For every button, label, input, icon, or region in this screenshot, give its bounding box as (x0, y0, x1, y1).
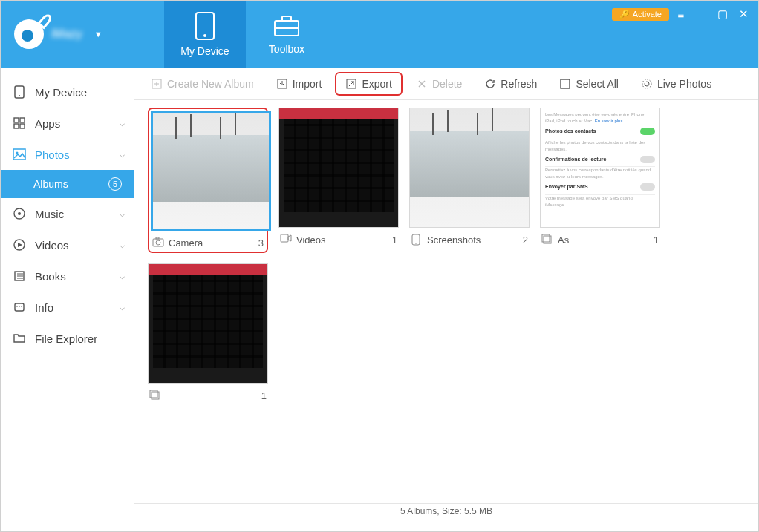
sidebar-item-info[interactable]: Info ⌵ (1, 292, 134, 323)
album-name: Screenshots (427, 234, 523, 246)
albums-count-badge: 5 (108, 177, 122, 191)
checkbox-icon (559, 78, 571, 90)
sidebar-item-apps[interactable]: Apps ⌵ (1, 108, 134, 139)
status-bar: 5 Albums, Size: 5.5 MB (134, 503, 758, 518)
album-type-icon (541, 234, 553, 246)
album-type-icon (149, 390, 161, 401)
sidebar-item-my-device[interactable]: My Device (1, 76, 134, 108)
hamburger-menu-icon[interactable]: ≡ (672, 5, 690, 23)
album-type-icon (411, 234, 423, 246)
maximize-button[interactable]: ▢ (714, 5, 732, 23)
svg-rect-10 (20, 124, 25, 128)
svg-rect-8 (20, 118, 25, 122)
album-item[interactable]: Screenshots2 (409, 108, 530, 253)
sidebar: My Device Apps ⌵ Photos ⌵ Albums 5 Music… (1, 68, 134, 518)
sidebar-label: Info (35, 301, 53, 314)
header-tabs: My Device Toolbox (164, 1, 328, 68)
chevron-down-icon: ⌵ (120, 149, 125, 160)
app-name: iMazy (51, 27, 82, 41)
svg-rect-7 (14, 118, 19, 122)
toolbar-label: Delete (432, 78, 462, 90)
toolbar-label: Refresh (501, 78, 537, 90)
activate-label: Activate (633, 10, 662, 19)
music-icon (13, 207, 26, 220)
chevron-down-icon: ⌵ (120, 271, 125, 281)
header-tab-toolbox[interactable]: Toolbox (246, 1, 328, 68)
delete-button[interactable]: Delete (407, 73, 471, 94)
svg-rect-3 (282, 16, 291, 21)
sidebar-label: Music (35, 208, 64, 220)
photos-icon (13, 148, 26, 161)
status-text: 5 Albums, Size: 5.5 MB (400, 506, 492, 516)
albums-grid: Camera3Videos1Screenshots2Les Messages p… (134, 100, 758, 503)
album-item[interactable]: Videos1 (278, 108, 399, 253)
album-name: As (558, 234, 654, 246)
delete-icon (416, 78, 428, 90)
sidebar-label: Videos (35, 239, 69, 252)
svg-point-39 (415, 243, 417, 244)
sidebar-label: Photos (35, 148, 70, 161)
header-tab-my-device[interactable]: My Device (164, 1, 246, 68)
sidebar-item-books[interactable]: Books ⌵ (1, 260, 134, 292)
sidebar-item-videos[interactable]: Videos ⌵ (1, 229, 134, 260)
album-item[interactable]: Camera3 (148, 108, 268, 253)
logo-area: iMazy ▼ (1, 1, 134, 68)
import-icon (276, 78, 288, 90)
device-icon (13, 85, 26, 99)
album-thumbnail: Les Messages peuvent être envoyés entre … (540, 108, 660, 228)
toolbar: Create New Album Import Export Delete Re… (134, 68, 758, 100)
toolbar-label: Create New Album (167, 78, 254, 90)
create-new-album-button[interactable]: Create New Album (142, 73, 263, 94)
sidebar-item-file-explorer[interactable]: File Explorer (1, 323, 134, 354)
refresh-button[interactable]: Refresh (475, 73, 546, 94)
live-photos-button[interactable]: Live Photos (632, 73, 720, 94)
chevron-down-icon: ⌵ (120, 208, 125, 219)
header-tab-label: Toolbox (269, 43, 304, 55)
svg-point-22 (19, 306, 20, 307)
activate-button[interactable]: 🔑 Activate (612, 8, 669, 21)
minimize-button[interactable]: — (693, 5, 711, 23)
select-all-button[interactable]: Select All (550, 73, 628, 94)
svg-rect-35 (156, 237, 159, 239)
sidebar-label: Books (35, 270, 66, 283)
svg-point-1 (203, 34, 206, 37)
export-icon (345, 78, 357, 90)
header-tab-label: My Device (180, 45, 229, 57)
svg-point-36 (156, 240, 160, 245)
svg-point-23 (21, 306, 22, 307)
album-name: Videos (296, 234, 392, 246)
album-thumbnail (409, 108, 530, 228)
album-count: 1 (392, 234, 397, 246)
sidebar-label: File Explorer (35, 332, 97, 345)
album-item[interactable]: Les Messages peuvent être envoyés entre … (540, 108, 660, 253)
toolbar-label: Select All (576, 78, 619, 90)
album-thumbnail (148, 263, 268, 384)
album-type-icon (280, 234, 292, 246)
album-name: Camera (169, 237, 258, 249)
window-controls: 🔑 Activate ≡ — ▢ ✕ (612, 5, 752, 23)
chevron-down-icon: ⌵ (120, 302, 125, 312)
key-icon: 🔑 (619, 10, 630, 19)
import-button[interactable]: Import (267, 73, 331, 94)
sidebar-item-photos[interactable]: Photos ⌵ (1, 139, 134, 170)
svg-point-32 (645, 82, 649, 86)
sidebar-item-music[interactable]: Music ⌵ (1, 198, 134, 229)
sidebar-sub-albums[interactable]: Albums 5 (1, 170, 134, 198)
album-item[interactable]: 1 (148, 263, 268, 401)
album-count: 1 (261, 390, 267, 401)
album-count: 1 (654, 234, 659, 246)
album-thumbnail (151, 111, 271, 231)
plus-icon (151, 78, 163, 90)
svg-rect-11 (13, 149, 25, 160)
live-photos-icon (641, 78, 653, 90)
chevron-down-icon: ⌵ (120, 240, 125, 250)
sidebar-label: My Device (35, 86, 87, 99)
logo-dropdown-icon[interactable]: ▼ (94, 30, 102, 39)
books-icon (13, 269, 26, 283)
album-count: 3 (258, 237, 264, 249)
close-button[interactable]: ✕ (734, 5, 752, 23)
export-button[interactable]: Export (335, 72, 402, 96)
svg-point-33 (642, 79, 651, 88)
toolbar-label: Import (293, 78, 322, 90)
chevron-down-icon: ⌵ (120, 118, 125, 128)
